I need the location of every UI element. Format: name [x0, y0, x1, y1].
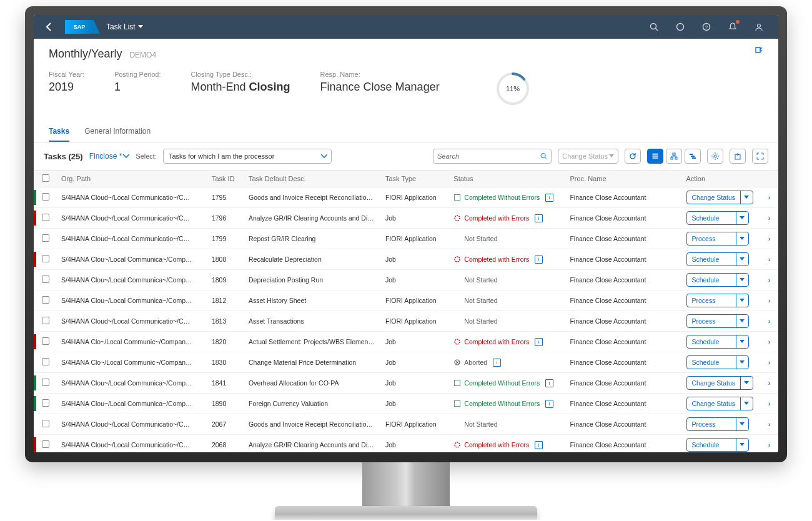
row-checkbox[interactable]	[42, 234, 49, 242]
col-org-path[interactable]: Org. Path	[56, 171, 207, 187]
row-nav-chevron[interactable]: ›	[763, 373, 778, 394]
info-icon[interactable]: i	[493, 359, 501, 367]
row-action-button[interactable]: Process	[686, 232, 749, 246]
tab-general-information[interactable]: General Information	[84, 122, 151, 142]
row-action-button[interactable]: Process	[686, 417, 749, 431]
row-nav-chevron[interactable]: ›	[763, 435, 778, 453]
table-row[interactable]: S/4HANA Clou~/Local Communica~/Comp… 189…	[34, 394, 778, 414]
row-checkbox[interactable]	[42, 296, 49, 304]
info-icon[interactable]: i	[545, 379, 553, 387]
info-icon[interactable]: i	[535, 338, 543, 346]
row-action-button[interactable]: Schedule	[686, 335, 749, 349]
info-icon[interactable]: i	[535, 256, 543, 264]
row-nav-chevron[interactable]: ›	[763, 249, 778, 270]
row-nav-chevron[interactable]: ›	[763, 414, 778, 435]
table-row[interactable]: S/4HANA Clo~/Local Communic~/Compan… 182…	[34, 332, 778, 352]
row-action-button[interactable]: Schedule	[686, 211, 749, 225]
row-action-button[interactable]: Schedule	[686, 355, 749, 369]
row-checkbox[interactable]	[42, 379, 49, 386]
row-action-button[interactable]: Process	[686, 294, 749, 307]
row-checkbox[interactable]	[42, 255, 49, 262]
row-checkbox[interactable]	[42, 440, 49, 448]
table-row[interactable]: S/4HANA Clou~/Local Communica~/Comp… 184…	[34, 373, 778, 394]
table-row[interactable]: S/4HANA Cloud~/Local Communicatio~/C… 17…	[34, 229, 778, 249]
table-row[interactable]: S/4HANA Clou~/Local Communica~/Comp… 181…	[34, 290, 778, 311]
view-hierarchy-button[interactable]	[666, 149, 682, 164]
info-icon[interactable]: i	[545, 194, 553, 202]
row-checkbox[interactable]	[42, 193, 49, 201]
row-nav-chevron[interactable]: ›	[763, 311, 778, 332]
copilot-icon[interactable]	[671, 17, 690, 36]
view-gantt-button[interactable]	[685, 149, 701, 164]
filter-combo[interactable]: Tasks for which I am the processor	[163, 149, 332, 164]
row-nav-chevron[interactable]: ›	[763, 187, 778, 208]
kpi-posting-period: Posting Period: 1	[114, 71, 161, 107]
row-checkbox[interactable]	[42, 420, 49, 427]
select-all-checkbox[interactable]	[42, 174, 49, 182]
table-row[interactable]: S/4HANA Clou~/Local Communica~/Comp… 180…	[34, 270, 778, 290]
svg-rect-33	[454, 380, 460, 386]
row-action-button[interactable]: Schedule	[686, 252, 749, 266]
status-text: Completed with Errors	[464, 214, 529, 222]
row-nav-chevron[interactable]: ›	[763, 229, 778, 249]
row-action-button[interactable]: Change Status	[686, 191, 753, 204]
col-task-type[interactable]: Task Type	[380, 171, 448, 187]
search-icon[interactable]	[645, 17, 663, 36]
info-icon[interactable]: i	[545, 400, 553, 408]
cell-org-path: S/4HANA Cloud~/Local Communicatio~/C…	[56, 435, 207, 453]
share-button[interactable]	[753, 45, 763, 57]
refresh-button[interactable]	[625, 149, 641, 164]
variant-selector[interactable]: Finclose *	[89, 152, 130, 161]
row-checkbox[interactable]	[42, 399, 49, 407]
task-list-menu[interactable]: Task List	[101, 20, 148, 34]
table-row[interactable]: S/4HANA Cloud~/Local Communicatio~/C… 20…	[34, 435, 778, 453]
info-icon[interactable]: i	[535, 441, 543, 449]
export-button[interactable]	[730, 149, 746, 164]
fullscreen-button[interactable]	[752, 149, 768, 164]
back-button[interactable]	[40, 18, 57, 36]
row-action-button[interactable]: Schedule	[686, 273, 749, 287]
col-task-id[interactable]: Task ID	[207, 171, 244, 187]
status-text: Not Started	[464, 235, 497, 242]
table-row[interactable]: S/4HANA Cloud~/Local Communicatio~/C… 17…	[34, 187, 778, 208]
user-icon[interactable]	[750, 17, 768, 36]
chevron-down-icon	[123, 154, 129, 158]
row-nav-chevron[interactable]: ›	[763, 290, 778, 311]
settings-button[interactable]	[707, 149, 723, 164]
col-status[interactable]: Status	[448, 171, 565, 187]
tab-tasks[interactable]: Tasks	[49, 122, 69, 142]
search-input[interactable]	[437, 152, 538, 160]
col-proc-name[interactable]: Proc. Name	[565, 171, 681, 187]
change-status-button[interactable]: Change Status	[558, 149, 618, 164]
col-action[interactable]: Action	[681, 171, 763, 187]
row-action-button[interactable]: Change Status	[686, 376, 753, 390]
row-action-button[interactable]: Process	[686, 314, 749, 328]
table-search[interactable]	[433, 149, 552, 164]
col-task-desc[interactable]: Task Default Desc.	[244, 171, 380, 187]
info-icon[interactable]: i	[535, 214, 543, 222]
row-nav-chevron[interactable]: ›	[763, 270, 778, 290]
cell-org-path: S/4HANA Cloud~/Local Communicatio~/C…	[56, 187, 207, 208]
view-list-button[interactable]	[647, 149, 663, 164]
row-checkbox[interactable]	[42, 358, 49, 365]
row-action-button[interactable]: Schedule	[686, 438, 749, 452]
table-row[interactable]: S/4HANA Clo~/Local Communic~/Compan… 183…	[34, 352, 778, 373]
table-row[interactable]: S/4HANA Clou~/Local Communica~/Comp… 180…	[34, 249, 778, 270]
row-nav-chevron[interactable]: ›	[763, 332, 778, 352]
table-row[interactable]: S/4HANA Cloud~/Local Communicatio~/C… 18…	[34, 311, 778, 332]
row-action-button[interactable]: Change Status	[686, 397, 753, 410]
cell-status: Completed with Errorsi	[448, 435, 565, 453]
row-checkbox[interactable]	[42, 337, 49, 345]
table-row[interactable]: S/4HANA Cloud~/Local Communicatio~/C… 17…	[34, 208, 778, 229]
row-nav-chevron[interactable]: ›	[763, 352, 778, 373]
table-row[interactable]: S/4HANA Cloud~/Local Communicatio~/C… 20…	[34, 414, 778, 435]
notifications-icon[interactable]	[723, 17, 742, 36]
cell-proc-name: Finance Close Accountant	[565, 311, 681, 332]
row-nav-chevron[interactable]: ›	[763, 208, 778, 229]
row-nav-chevron[interactable]: ›	[763, 394, 778, 414]
row-checkbox[interactable]	[42, 214, 49, 221]
cell-status: Completed Without Errorsi	[448, 394, 565, 414]
row-checkbox[interactable]	[42, 275, 49, 283]
help-icon[interactable]: ?	[697, 17, 716, 36]
row-checkbox[interactable]	[42, 317, 49, 324]
